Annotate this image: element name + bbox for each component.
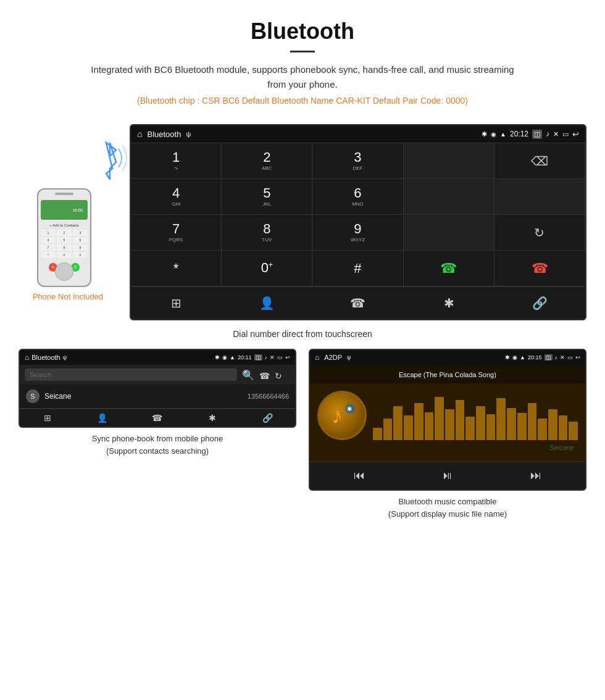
- music-title-label: A2DP: [324, 354, 342, 361]
- eq-bar: [373, 428, 382, 440]
- phonebook-refresh-icon[interactable]: ↻: [275, 371, 282, 381]
- phonebook-bottom: ⊞ 👤 ☎ ✱ 🔗: [20, 409, 295, 427]
- music-status-right: ✱ ◉ ▲ 20:15 ◫ ♪ ✕ ▭ ↩: [505, 354, 580, 360]
- home-icon[interactable]: ⌂: [137, 129, 142, 139]
- dial-key-9[interactable]: 9 WXYZ: [312, 215, 403, 251]
- pb-phone-icon[interactable]: ☎: [130, 413, 185, 423]
- link-icon[interactable]: 🔗: [494, 292, 585, 314]
- dialpad-icon[interactable]: ⊞: [131, 292, 222, 314]
- bluetooth-icon[interactable]: ✱: [404, 292, 494, 314]
- music-cam-icon[interactable]: ◫: [544, 354, 553, 360]
- screen-title: Bluetooth: [147, 130, 181, 139]
- phonebook-contact[interactable]: S Seicane 13566664466: [20, 385, 295, 409]
- contact-avatar: S: [26, 390, 40, 403]
- song-title: Escape (The Pina Colada Song): [399, 371, 496, 378]
- dial-key-7[interactable]: 7 PQRS: [131, 215, 222, 251]
- eq-bar: [528, 403, 537, 440]
- pb-back-icon[interactable]: ↩: [285, 354, 290, 360]
- dial-answer[interactable]: ☎: [404, 251, 494, 286]
- dial-redial[interactable]: ↻: [494, 215, 585, 251]
- svg-text:✱: ✱: [347, 406, 352, 412]
- dial-key-5[interactable]: 5 JKL: [222, 179, 312, 215]
- phone-key: 3: [73, 230, 88, 236]
- pb-status-left: ⌂ Bluetooth ψ: [25, 353, 67, 362]
- phonebook-search-input[interactable]: Search: [25, 369, 237, 381]
- pb-vol-icon[interactable]: ♪: [265, 354, 268, 360]
- phone-icon[interactable]: ☎: [312, 292, 403, 314]
- pb-time: 20:11: [238, 354, 252, 360]
- phonebook-caption: Sync phone-book from mobile phone (Suppo…: [92, 433, 223, 457]
- eq-bar: [435, 397, 444, 440]
- header-divider: [290, 51, 315, 52]
- music-note-icon: ♪ ✱: [327, 400, 357, 431]
- pb-window-icon[interactable]: ▭: [277, 354, 283, 360]
- music-close-icon[interactable]: ✕: [560, 354, 565, 360]
- pb-home-icon[interactable]: ⌂: [25, 353, 29, 362]
- dial-key-hash[interactable]: #: [312, 251, 403, 286]
- dial-key-3[interactable]: 3 DEF: [312, 143, 403, 179]
- back-icon[interactable]: ↩: [572, 130, 579, 139]
- camera-icon[interactable]: ◫: [532, 130, 542, 139]
- music-window-icon[interactable]: ▭: [567, 354, 573, 360]
- music-usb-icon: ψ: [347, 354, 351, 360]
- dial-key-4[interactable]: 4 GHI: [131, 179, 222, 215]
- phone-illustration: M:00 + Add to Contacts 1 2 3 4 5 6 7 8 9…: [37, 188, 99, 287]
- pb-contacts-icon[interactable]: 👤: [75, 413, 130, 423]
- dial-display: [404, 143, 494, 179]
- phone-container: M:00 + Add to Contacts 1 2 3 4 5 6 7 8 9…: [19, 124, 117, 301]
- dial-screen: ⌂ Bluetooth ψ ✱ ◉ ▲ 20:12 ◫ ♪ ✕ ▭ ↩ 1 ∿: [130, 124, 586, 320]
- phonebook-item: ⌂ Bluetooth ψ ✱ ◉ ▲ 20:11 ◫ ♪ ✕ ▭ ↩: [19, 349, 296, 520]
- dial-key-star[interactable]: *: [131, 251, 222, 286]
- music-content: ♪ ✱: [317, 391, 578, 440]
- bottom-row: ⌂ Bluetooth ψ ✱ ◉ ▲ 20:11 ◫ ♪ ✕ ▭ ↩: [0, 349, 605, 532]
- pb-bluetooth-icon[interactable]: ✱: [185, 413, 240, 423]
- gps-icon: ◉: [491, 131, 496, 138]
- dial-key-1[interactable]: 1 ∿: [131, 143, 222, 179]
- phonebook-screenshot: ⌂ Bluetooth ψ ✱ ◉ ▲ 20:11 ◫ ♪ ✕ ▭ ↩: [19, 349, 296, 428]
- pb-link-icon[interactable]: 🔗: [240, 413, 295, 423]
- eq-bar: [456, 400, 465, 440]
- music-back-icon[interactable]: ↩: [575, 354, 580, 360]
- close-icon[interactable]: ✕: [553, 130, 559, 138]
- eq-bar: [383, 419, 393, 440]
- watermark: Seicane: [317, 440, 578, 454]
- pb-close-icon[interactable]: ✕: [270, 354, 275, 360]
- dialpad-grid: 1 ∿ 2 ABC 3 DEF ⌫ 4 GHI 5 JKL: [131, 143, 585, 286]
- phone-screen: M:00: [41, 200, 88, 220]
- phone-key: 8: [57, 244, 72, 251]
- eq-bar: [393, 406, 403, 440]
- pb-cam-icon[interactable]: ◫: [254, 354, 262, 360]
- window-icon[interactable]: ▭: [562, 130, 569, 138]
- contacts-icon[interactable]: 👤: [222, 292, 312, 314]
- dial-key-8[interactable]: 8 TUV: [222, 215, 312, 251]
- eq-bar: [548, 409, 557, 440]
- eq-bar: [507, 408, 516, 440]
- eq-bar: [465, 417, 475, 440]
- contact-number: 13566664466: [248, 393, 289, 400]
- dial-backspace[interactable]: ⌫: [494, 143, 585, 179]
- bluetooth-status-icon: ✱: [482, 130, 487, 138]
- volume-icon[interactable]: ♪: [546, 130, 549, 138]
- next-button[interactable]: ⏭: [492, 467, 580, 485]
- prev-button[interactable]: ⏮: [315, 467, 403, 485]
- dial-key-0[interactable]: 0+: [222, 251, 312, 286]
- phonebook-phone-icon[interactable]: ☎: [259, 371, 270, 381]
- dial-key-2[interactable]: 2 ABC: [222, 143, 312, 179]
- dial-hangup[interactable]: ☎: [494, 251, 585, 286]
- phone-key: 9: [73, 244, 88, 251]
- pb-dialpad-icon[interactable]: ⊞: [20, 413, 75, 423]
- phone-key: 5: [57, 237, 72, 243]
- eq-bar: [517, 413, 527, 440]
- music-time: 20:15: [528, 354, 542, 360]
- dial-key-6[interactable]: 6 MNO: [312, 179, 403, 215]
- phone-add-contact-label: + Add to Contacts: [38, 222, 90, 228]
- music-home-icon[interactable]: ⌂: [315, 353, 319, 362]
- phone-keypad: 1 2 3 4 5 6 7 8 9 * 0 #: [38, 228, 90, 259]
- phone-key: 2: [57, 230, 72, 236]
- dial-empty-1: [404, 179, 494, 215]
- music-signal-icon: ▲: [520, 354, 525, 360]
- play-pause-button[interactable]: ⏯: [403, 467, 491, 485]
- music-screenshot: ⌂ A2DP ψ ✱ ◉ ▲ 20:15 ◫ ♪ ✕ ▭ ↩ Es: [309, 349, 586, 491]
- search-icon[interactable]: 🔍: [242, 369, 254, 381]
- music-vol-icon[interactable]: ♪: [555, 354, 558, 360]
